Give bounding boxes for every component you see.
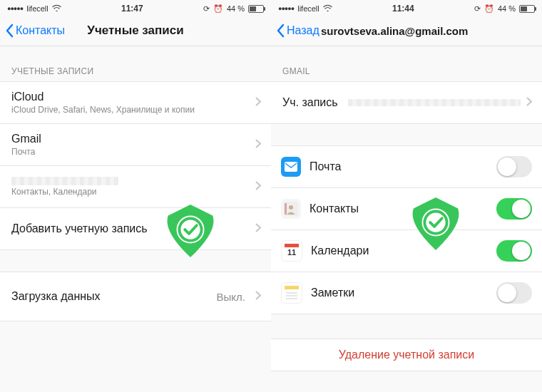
rotation-lock-icon: ⟳ — [203, 4, 210, 14]
chevron-right-icon — [255, 138, 261, 151]
signal-icon: ●●●●● — [7, 5, 23, 12]
chevron-right-icon — [526, 96, 532, 109]
fetch-cell[interactable]: Загрузка данных Выкл. — [0, 272, 271, 321]
chevron-left-icon — [4, 24, 14, 38]
chevron-left-icon — [275, 24, 285, 38]
chevron-right-icon — [255, 222, 261, 235]
account-email-cell[interactable]: Уч. запись — [271, 82, 542, 123]
service-label: Заметки — [311, 287, 496, 299]
screen-accounts: ●●●●● lifecell 11:47 ⟳ ⏰ 44 % Контакты У… — [0, 0, 271, 392]
service-notes: Заметки — [271, 272, 542, 314]
toggle-calendars[interactable] — [496, 240, 532, 262]
accounts-list: iCloud iCloud Drive, Safari, News, Храни… — [0, 81, 271, 250]
redacted-text — [11, 177, 118, 185]
chevron-right-icon — [255, 180, 261, 193]
service-contacts: Контакты — [271, 188, 542, 230]
nav-bar: Назад surovtseva.alina@gmail.com — [271, 16, 542, 46]
svg-rect-5 — [285, 203, 287, 215]
toggle-notes[interactable] — [496, 282, 532, 304]
back-button[interactable]: Назад — [271, 24, 319, 38]
nav-title: surovtseva.alina@gmail.com — [321, 25, 536, 37]
fetch-label: Загрузка данных — [11, 290, 217, 303]
alarm-icon: ⏰ — [213, 4, 223, 14]
service-mail: Почта — [271, 146, 542, 188]
calendar-icon: 11 — [281, 240, 302, 262]
toggle-mail[interactable] — [496, 156, 532, 177]
nav-bar: Контакты Учетные записи — [0, 16, 271, 46]
add-account[interactable]: Добавить учетную запись — [0, 208, 271, 249]
chevron-right-icon — [255, 290, 261, 303]
svg-point-4 — [289, 205, 293, 210]
back-button[interactable]: Контакты — [0, 24, 65, 38]
account-subtitle: Почта — [11, 147, 250, 157]
contacts-icon — [281, 199, 301, 219]
account-title: iCloud — [11, 91, 250, 103]
account-icloud[interactable]: iCloud iCloud Drive, Safari, News, Храни… — [0, 82, 271, 124]
toggle-contacts[interactable] — [496, 198, 532, 220]
service-label: Календари — [311, 244, 496, 257]
fetch-value: Выкл. — [217, 291, 245, 303]
svg-rect-2 — [285, 162, 297, 172]
battery-percent: 44 % — [227, 4, 245, 13]
chevron-right-icon — [255, 96, 261, 109]
carrier-label: lifecell — [297, 4, 319, 13]
account-subtitle: iCloud Drive, Safari, News, Хранилище и … — [11, 105, 250, 115]
account-gmail[interactable]: Gmail Почта — [0, 124, 271, 166]
notes-icon — [281, 282, 302, 304]
account-other[interactable]: Контакты, Календари — [0, 166, 271, 208]
svg-text:11: 11 — [287, 248, 296, 257]
mail-icon — [281, 157, 301, 177]
redacted-text — [348, 99, 521, 106]
account-label: Уч. запись — [282, 96, 338, 109]
account-title: Gmail — [11, 133, 250, 145]
section-header-accounts: УЧЕТНЫЕ ЗАПИСИ — [0, 46, 271, 81]
services-list: Почта Контакты 11 Календари — [271, 145, 542, 314]
status-bar: ●●●●● lifecell 11:44 ⟳ ⏰ 44 % — [271, 0, 542, 16]
wifi-icon — [52, 4, 61, 13]
battery-percent: 44 % — [498, 4, 516, 13]
battery-icon — [248, 5, 264, 13]
svg-rect-6 — [285, 244, 299, 247]
back-label: Контакты — [16, 24, 65, 37]
add-account-label: Добавить учетную запись — [11, 222, 250, 235]
wifi-icon — [323, 4, 332, 13]
svg-rect-8 — [285, 286, 299, 289]
section-header-gmail: GMAIL — [271, 46, 542, 81]
back-label: Назад — [287, 24, 319, 37]
clock: 11:44 — [392, 4, 414, 14]
service-label: Почта — [310, 160, 496, 173]
account-subtitle: Контакты, Календари — [11, 187, 250, 197]
account-info: Уч. запись — [271, 81, 542, 124]
delete-account-button[interactable]: Удаление учетной записи — [271, 339, 542, 371]
screen-gmail-account: ●●●●● lifecell 11:44 ⟳ ⏰ 44 % Назад suro… — [271, 0, 542, 392]
alarm-icon: ⏰ — [484, 4, 494, 14]
status-bar: ●●●●● lifecell 11:47 ⟳ ⏰ 44 % — [0, 0, 271, 16]
clock: 11:47 — [121, 4, 143, 14]
carrier-label: lifecell — [26, 4, 48, 13]
service-label: Контакты — [310, 202, 496, 215]
fetch-section: Загрузка данных Выкл. — [0, 272, 271, 321]
service-calendars: 11 Календари — [271, 230, 542, 272]
signal-icon: ●●●●● — [278, 5, 294, 12]
battery-icon — [519, 5, 535, 13]
rotation-lock-icon: ⟳ — [474, 4, 481, 14]
